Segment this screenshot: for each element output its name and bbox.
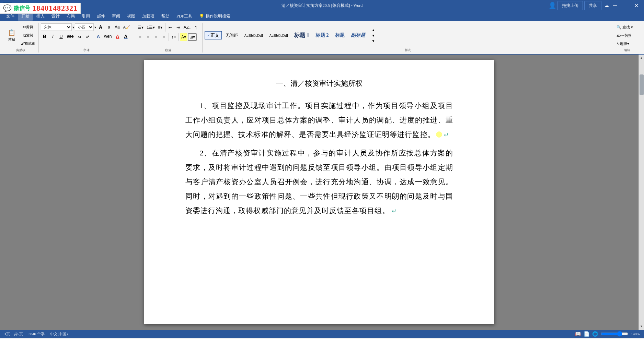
read-mode-button[interactable]: 📖 bbox=[575, 331, 581, 337]
border-color-button[interactable]: A bbox=[122, 33, 129, 40]
scroll-down-button[interactable]: ▼ bbox=[639, 324, 644, 329]
style-nospace[interactable]: 无间距 bbox=[223, 32, 240, 39]
style-subtitle[interactable]: 副标题 bbox=[348, 31, 368, 39]
menu-help[interactable]: 帮助 bbox=[158, 12, 173, 21]
paragraph-group: ☰▾ 1☰▾ ≡▾ ⇤ ⇥ AZ↓ ¶ ≡ ≡ ≡ ≡ ↕≡ bbox=[134, 23, 203, 52]
ribbon-body: 📋 粘贴 ✂ 剪切 ⧉ 复制 🖌 格式刷 bbox=[0, 21, 644, 54]
print-layout-button[interactable]: 📄 bbox=[584, 331, 589, 337]
clipboard-buttons: 📋 粘贴 ✂ 剪切 ⧉ 复制 🖌 格式刷 bbox=[5, 23, 36, 47]
line-spacing-button[interactable]: ↕≡ bbox=[170, 33, 177, 41]
p1-number: 1 bbox=[200, 102, 204, 110]
menu-review[interactable]: 审阅 bbox=[108, 12, 124, 21]
align-center-button[interactable]: ≡ bbox=[144, 33, 152, 41]
increase-indent-button[interactable]: ⇥ bbox=[174, 24, 182, 31]
styles-scroll-up-button[interactable]: ▲ bbox=[370, 27, 377, 33]
copy-button[interactable]: ⧉ 复制 bbox=[19, 32, 36, 39]
zoom-level: 148% bbox=[631, 332, 640, 336]
edit-buttons: 🔍 查找 ▾ ab→ 替换 ↖ 选择 ▾ bbox=[615, 23, 639, 47]
status-bar-right: 📖 📄 🌐 148% bbox=[575, 331, 640, 337]
align-right-button[interactable]: ≡ bbox=[152, 33, 160, 41]
cut-button[interactable]: ✂ 剪切 bbox=[19, 23, 36, 31]
separator2 bbox=[165, 23, 165, 32]
decrease-indent-button[interactable]: ⇤ bbox=[166, 24, 174, 31]
lightbulb-icon: 💡 bbox=[199, 14, 204, 19]
menu-addins[interactable]: 加载项 bbox=[139, 12, 158, 21]
paragraph-label: 段落 bbox=[136, 47, 200, 52]
wechat-label: 微信号 bbox=[14, 5, 30, 12]
scroll-thumb[interactable] bbox=[640, 74, 644, 95]
minimize-button[interactable]: ─ bbox=[610, 2, 620, 9]
superscript-button[interactable]: x² bbox=[84, 33, 91, 40]
font-shrink-button[interactable]: a bbox=[105, 23, 113, 31]
italic-button[interactable]: I bbox=[49, 33, 57, 40]
styles-scroll-down-button[interactable]: ▼ bbox=[370, 33, 377, 38]
styles-group: ✓ 正文 无间距 AaBbCcDdI AaBbCcDdI bbox=[203, 23, 613, 52]
paragraph-2: 2、在清产核资审计实施过程中，参与的审计人员及协作所应按总体方案的要求，及时将审… bbox=[185, 146, 453, 218]
title-bar-title: 清／核资审计实施方案20.5 [兼容模式] - Word bbox=[281, 3, 363, 9]
wechat-number: 18401482321 bbox=[32, 4, 78, 13]
separator3 bbox=[169, 33, 169, 41]
zoom-slider[interactable] bbox=[601, 331, 628, 337]
find-button[interactable]: 🔍 查找 ▾ bbox=[615, 23, 639, 31]
clear-format-button[interactable]: A🧹 bbox=[122, 23, 132, 31]
share-button[interactable]: 共享 bbox=[584, 1, 601, 10]
font-size-selector[interactable]: 小四 bbox=[75, 23, 94, 31]
numbering-button[interactable]: 1☰▾ bbox=[145, 24, 156, 31]
bullets-button[interactable]: ☰▾ bbox=[136, 24, 145, 31]
strikethrough-button[interactable]: abc bbox=[66, 33, 75, 40]
format-painter-button[interactable]: 🖌 格式刷 bbox=[19, 40, 36, 47]
section-title: 一、清／核资审计实施所权 bbox=[185, 77, 453, 90]
replace-button[interactable]: ab→ 替换 bbox=[615, 32, 639, 39]
styles-label: 样式 bbox=[205, 47, 611, 52]
text-highlight-button[interactable]: wen bbox=[103, 33, 113, 40]
word-count: 3646 个字 bbox=[28, 331, 45, 337]
text-color-button[interactable]: A bbox=[114, 33, 121, 40]
menu-search[interactable]: 💡 操作说明搜索 bbox=[196, 12, 234, 21]
style-h1-preview[interactable]: AaBbCcDdI bbox=[242, 32, 265, 38]
clipboard-label: 剪贴板 bbox=[5, 47, 36, 52]
scroll-up-button[interactable]: ▲ bbox=[639, 55, 644, 61]
format-painter-icon: 🖌 bbox=[21, 41, 25, 46]
change-case-button[interactable]: Aa bbox=[113, 23, 121, 31]
separator bbox=[93, 32, 93, 40]
ribbon-area: 📋 粘贴 ✂ 剪切 ⧉ 复制 🖌 格式刷 bbox=[0, 21, 644, 55]
sort-button[interactable]: AZ↓ bbox=[182, 24, 192, 31]
styles-expand-button[interactable]: ▼ bbox=[370, 38, 377, 44]
underline-button[interactable]: U bbox=[57, 33, 65, 40]
style-nospace-preview[interactable]: AaBbCcDdI bbox=[267, 32, 290, 38]
close-button[interactable]: ✕ bbox=[631, 2, 641, 10]
select-button[interactable]: ↖ 选择 ▾ bbox=[615, 40, 639, 47]
menu-pdf[interactable]: PDF工具 bbox=[173, 12, 196, 21]
style-heading3[interactable]: 标题 bbox=[333, 31, 347, 39]
multilevel-button[interactable]: ≡▾ bbox=[157, 24, 164, 31]
style-heading2[interactable]: 标题 2 bbox=[313, 31, 331, 39]
style-h1-label: 标题 1 bbox=[294, 32, 309, 39]
style-normal[interactable]: ✓ 正文 bbox=[205, 31, 222, 39]
font-name-selector[interactable]: 宋体 bbox=[41, 23, 72, 31]
align-left-button[interactable]: ≡ bbox=[136, 33, 144, 41]
border-button[interactable]: ⊞▾ bbox=[188, 33, 197, 41]
cut-icon: ✂ bbox=[23, 25, 26, 30]
style-heading1[interactable]: 标题 1 bbox=[292, 31, 312, 40]
show-marks-button[interactable]: ¶ bbox=[193, 24, 200, 31]
menu-view[interactable]: 视图 bbox=[124, 12, 139, 21]
paste-button[interactable]: 📋 粘贴 bbox=[5, 26, 19, 45]
cursor-marker bbox=[436, 131, 442, 138]
maximize-button[interactable]: □ bbox=[621, 2, 630, 9]
style-h2-label: 标题 2 bbox=[315, 32, 329, 38]
menu-bar: 文件 开始 插入 设计 布局 引用 邮件 审阅 视图 加载项 帮助 PDF工具 … bbox=[0, 11, 644, 21]
language: 中文(中国) bbox=[50, 331, 68, 337]
bold-button[interactable]: B bbox=[41, 33, 48, 40]
shading-button[interactable]: A▾ bbox=[180, 33, 187, 41]
subscript-button[interactable]: x₂ bbox=[76, 33, 83, 40]
menu-mail[interactable]: 邮件 bbox=[93, 12, 108, 21]
web-layout-button[interactable]: 🌐 bbox=[592, 331, 598, 337]
vertical-scrollbar[interactable]: ▲ ▼ bbox=[639, 55, 644, 330]
font-grow-button[interactable]: A bbox=[97, 23, 104, 31]
upload-button[interactable]: 拖拽上传 bbox=[557, 1, 583, 10]
clipboard-group: 📋 粘贴 ✂ 剪切 ⧉ 复制 🖌 格式刷 bbox=[3, 23, 39, 52]
text-effect-button[interactable]: A bbox=[94, 33, 102, 40]
paragraph-1: 1、项目监控及现场审计工作。项目实施过程中，作为项目领导小组及项目工作小组负责人… bbox=[185, 98, 453, 142]
page-count: 3页，共5页 bbox=[4, 331, 23, 337]
justify-button[interactable]: ≡ bbox=[160, 33, 168, 41]
